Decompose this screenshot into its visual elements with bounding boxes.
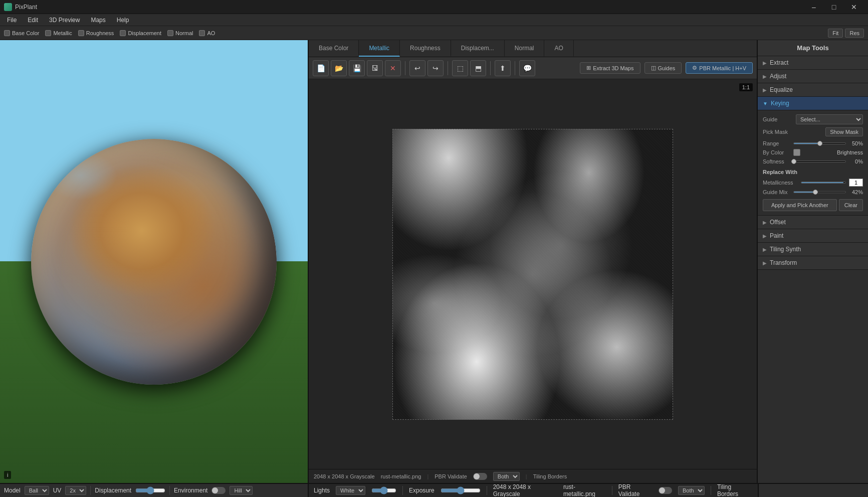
save-as-button[interactable]: 🖫: [367, 60, 383, 76]
paste-button[interactable]: ⬒: [470, 60, 486, 76]
new-button[interactable]: 📄: [313, 60, 329, 76]
menu-3dpreview[interactable]: 3D Preview: [44, 16, 85, 25]
guide-mix-slider[interactable]: [793, 191, 846, 193]
open-button[interactable]: 📂: [331, 60, 347, 76]
displacement-slider[interactable]: [135, 486, 165, 494]
menu-maps[interactable]: Maps: [86, 16, 110, 25]
undo-button[interactable]: ↩: [409, 60, 425, 76]
paint-section-label: Paint: [770, 232, 783, 239]
fit-button[interactable]: Fit: [828, 29, 843, 38]
uv-select[interactable]: 2x: [65, 486, 86, 495]
bottom-sep-4: [487, 486, 487, 495]
close-button[interactable]: ✕: [844, 0, 864, 14]
tab-metallic[interactable]: Metallic: [359, 40, 400, 57]
extract-icon: ⊞: [586, 65, 591, 71]
tab-normal[interactable]: Normal: [505, 40, 545, 57]
export-button[interactable]: ⬆: [495, 60, 511, 76]
range-label: Range: [763, 140, 790, 146]
channel-metallic: Metallic: [45, 30, 72, 36]
lights-select[interactable]: White: [336, 486, 365, 495]
section-offset[interactable]: ▶ Offset: [758, 216, 868, 229]
offset-arrow-icon: ▶: [763, 220, 767, 225]
section-extract[interactable]: ▶ Extract: [758, 56, 868, 70]
extract-3d-maps-button[interactable]: ⊞ Extract 3D Maps: [580, 62, 640, 74]
title-bar-left: PixPlant: [4, 3, 37, 11]
range-slider[interactable]: [793, 142, 846, 144]
pbr-icon: ⚙: [692, 65, 697, 71]
bottom-pbr-toggle[interactable]: [659, 487, 672, 494]
info-badge: i: [4, 471, 11, 479]
map-panel: Base Color Metallic Roughness Displacem.…: [309, 40, 758, 483]
tiling-borders-label: Tiling Borders: [533, 473, 567, 479]
pick-mask-row: Pick Mask Show Mask: [763, 127, 863, 136]
adjust-arrow-icon: ▶: [763, 74, 767, 79]
channel-metallic-check[interactable]: [45, 30, 51, 36]
by-color-swatch[interactable]: [793, 149, 800, 156]
pbr-button[interactable]: ⚙ PBR Metallic | H+V: [686, 62, 753, 74]
section-transform[interactable]: ▶ Transform: [758, 256, 868, 270]
minimize-button[interactable]: –: [804, 0, 824, 14]
channel-normal: Normal: [167, 30, 193, 36]
title-bar-controls: – □ ✕: [804, 0, 864, 14]
equalize-arrow-icon: ▶: [763, 87, 767, 93]
softness-thumb[interactable]: [791, 159, 796, 164]
metallicness-row: Metallicness: [763, 179, 863, 187]
maximize-button[interactable]: □: [824, 0, 844, 14]
guide-select[interactable]: Select...: [796, 114, 863, 124]
model-select[interactable]: Ball: [25, 486, 49, 495]
guide-mix-label: Guide Mix: [763, 189, 790, 195]
bottom-tiling-borders: Tiling Borders: [717, 483, 753, 497]
exposure-slider[interactable]: [441, 486, 481, 494]
menu-edit[interactable]: Edit: [23, 16, 43, 25]
metallicness-fill: [801, 182, 843, 183]
show-mask-button[interactable]: Show Mask: [825, 127, 863, 136]
environment-select[interactable]: Hill: [230, 486, 253, 495]
softness-row: Softness 0%: [763, 158, 863, 164]
channel-metallic-label: Metallic: [53, 30, 72, 36]
metallicness-slider[interactable]: [801, 182, 846, 184]
equalize-section-label: Equalize: [770, 86, 793, 93]
bottom-both-select[interactable]: Both: [678, 486, 705, 495]
adjust-section-label: Adjust: [770, 73, 786, 80]
section-keying[interactable]: ▼ Keying: [758, 97, 868, 110]
section-paint[interactable]: ▶ Paint: [758, 229, 868, 243]
by-color-right-label: Brightness: [837, 149, 863, 155]
section-tiling-synth[interactable]: ▶ Tiling Synth: [758, 243, 868, 256]
keying-section-label: Keying: [771, 100, 789, 107]
section-equalize[interactable]: ▶ Equalize: [758, 83, 868, 97]
copy-button[interactable]: ⬚: [452, 60, 468, 76]
apply-pick-another-button[interactable]: Apply and Pick Another: [763, 199, 837, 211]
lights-slider[interactable]: [371, 486, 396, 494]
menu-help[interactable]: Help: [112, 16, 134, 25]
softness-slider[interactable]: [793, 160, 846, 162]
channel-ao-check[interactable]: [199, 30, 205, 36]
redo-button[interactable]: ↪: [427, 60, 444, 76]
channel-base-color-check[interactable]: [4, 30, 10, 36]
preview-panel: i: [0, 40, 309, 483]
tab-roughness[interactable]: Roughness: [400, 40, 451, 57]
comment-button[interactable]: 💬: [519, 60, 535, 76]
main-toolbar: 📄 📂 💾 🖫 ✕ ↩ ↪ ⬚ ⬒ ⬆ 💬 ⊞ Extract 3D Maps …: [309, 57, 757, 79]
range-thumb[interactable]: [817, 141, 822, 146]
metallicness-input[interactable]: [849, 179, 863, 187]
save-button[interactable]: 💾: [349, 60, 365, 76]
channel-displacement-check[interactable]: [120, 30, 126, 36]
channel-normal-check[interactable]: [167, 30, 173, 36]
tab-base-color[interactable]: Base Color: [309, 40, 359, 57]
tab-displacement[interactable]: Displacem...: [451, 40, 505, 57]
guides-button[interactable]: ◫ Guides: [644, 62, 682, 74]
environment-toggle[interactable]: [211, 487, 226, 494]
pbr-validate-toggle[interactable]: [473, 473, 487, 480]
menu-file[interactable]: File: [2, 16, 22, 25]
toolbar-sep-3: [490, 61, 491, 75]
bottom-sep-2: [169, 486, 170, 495]
environment-label: Environment: [174, 487, 207, 494]
tab-ao[interactable]: AO: [544, 40, 573, 57]
clear-button[interactable]: Clear: [839, 199, 863, 211]
both-select[interactable]: Both: [493, 472, 520, 481]
channel-roughness-check[interactable]: [78, 30, 84, 36]
close-doc-button[interactable]: ✕: [385, 60, 401, 76]
res-button[interactable]: Res: [845, 29, 864, 38]
guide-mix-thumb[interactable]: [813, 190, 818, 195]
section-adjust[interactable]: ▶ Adjust: [758, 70, 868, 83]
